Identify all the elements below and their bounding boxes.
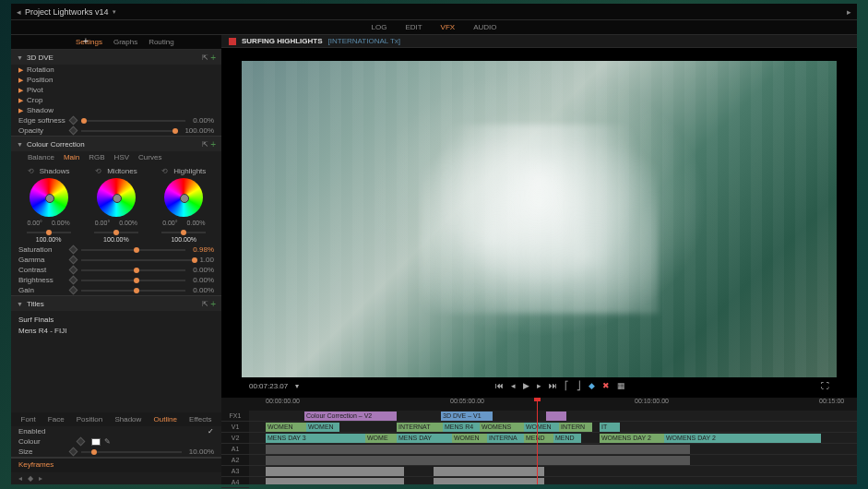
link-icon[interactable]: ⇱ [199,300,210,308]
playhead[interactable] [537,398,538,484]
clip[interactable]: INTERNA [487,434,524,443]
track-label[interactable]: FX1 [221,411,249,422]
clip[interactable]: WOMEN [452,434,487,443]
reset-icon[interactable]: ⟲ [95,167,101,175]
link-icon[interactable]: ⇱ [199,140,210,149]
cc-tab-curves[interactable]: Curves [138,153,161,161]
step-fwd-icon[interactable]: ▸ [537,381,541,390]
clip[interactable]: WOMEN [524,423,559,432]
clip[interactable] [434,467,544,476]
clip[interactable]: MENS DAY [397,434,452,443]
clip[interactable]: WOME [365,434,397,443]
project-menu-icon[interactable]: ▾ [113,8,116,16]
add-effect-icon[interactable]: + [83,36,89,46]
clip[interactable] [266,467,404,476]
clip[interactable]: 3D DVE – V1 [441,411,493,421]
dve-shadow[interactable]: Shadow [27,106,82,114]
dve-rotation[interactable]: Rotation [27,66,82,74]
clip[interactable]: INTERNAT [397,423,443,432]
track-label[interactable]: V2 [221,433,249,444]
clip[interactable]: WOMEN [266,423,306,432]
titles-add-icon[interactable]: + [210,299,216,309]
keyframe-icon[interactable] [77,437,86,447]
clip[interactable] [266,456,690,465]
ttab-outline[interactable]: Outline [154,415,177,423]
timecode-menu-icon[interactable]: ▾ [295,382,299,390]
edge-softness-slider[interactable] [81,120,185,122]
clip[interactable]: MENS R4 [443,423,480,432]
track-label[interactable]: V1 [221,422,249,433]
size-slider[interactable] [81,451,182,453]
fullscreen-icon[interactable]: ⛶ [821,381,829,390]
ttab-shadow[interactable]: Shadow [114,415,141,423]
clip[interactable]: WOMENS DAY 2 [600,434,664,443]
clip[interactable]: MEND [553,434,581,443]
enabled-check-icon[interactable]: ✓ [208,427,214,435]
clip[interactable]: IT [600,423,620,432]
delete-icon[interactable]: ✖ [602,381,610,390]
goto-end-icon[interactable]: ⏭ [549,381,557,390]
tab-log[interactable]: LOG [371,23,386,31]
track-label[interactable]: A2 [221,455,249,466]
step-back-icon[interactable]: ◂ [511,381,516,390]
colour-wheel[interactable] [164,178,203,217]
cc-tab-rgb[interactable]: RGB [89,153,104,161]
dve-add-icon[interactable]: + [210,53,216,63]
kf-prev-icon[interactable]: ◂ [18,474,22,483]
goto-start-icon[interactable]: ⏮ [495,381,504,390]
clip[interactable]: INTERN [559,423,592,432]
track-row[interactable]: MENS DAY 3WOMEMENS DAYWOMENINTERNAMENDME… [249,433,857,444]
colour-swatch[interactable] [91,438,101,446]
level-slider[interactable] [161,232,206,233]
cc-tab-balance[interactable]: Balance [28,153,54,161]
track-row[interactable] [249,444,857,455]
track-label[interactable]: A4 [221,477,249,488]
settings-icon[interactable]: ▦ [617,381,625,390]
ttab-font[interactable]: Font [21,415,36,423]
timecode[interactable]: 00:07:23.07 [249,382,288,390]
saturation-slider[interactable] [81,249,185,251]
track-row[interactable]: Colour Correction – V23D DVE – V1 [249,411,857,422]
ttab-face[interactable]: Face [48,415,65,423]
clip[interactable]: MEND [524,434,553,443]
track-label[interactable]: A3 [221,466,249,477]
link-icon[interactable]: ⇱ [199,54,210,62]
track-row[interactable] [249,477,857,484]
ttab-effects[interactable]: Effects [189,415,211,423]
forward-icon[interactable]: ▸ [847,7,851,17]
sidetab-settings[interactable]: Settings [76,38,102,46]
track-row[interactable]: WOMENWOMENINTERNATMENS R4WOMENSWOMENINTE… [249,422,857,433]
clip[interactable]: Colour Correction – V2 [304,411,397,421]
colour-wheel[interactable] [30,178,68,217]
titles-text-area[interactable]: Surf Finals Mens R4 - FIJI [11,311,221,357]
clip[interactable]: WOMENS [480,423,524,432]
sidetab-routing[interactable]: Routing [149,38,174,46]
dve-crop[interactable]: Crop [27,96,82,104]
dve-pivot[interactable]: Pivot [27,86,82,94]
reset-icon[interactable]: ⟲ [161,167,168,175]
eyedropper-icon[interactable]: ✎ [104,437,111,446]
time-ruler[interactable]: 00:00:00.00 00:05:00.00 00:10:00.00 00:1… [249,398,857,411]
video-preview[interactable] [242,61,837,377]
kf-marker-icon[interactable]: ◆ [28,474,33,483]
cc-add-icon[interactable]: + [210,139,216,149]
level-slider[interactable] [94,232,138,233]
tab-vfx[interactable]: VFX [441,23,456,31]
contrast-slider[interactable] [81,269,185,271]
keyframes-header[interactable]: Keyframes [11,458,221,472]
reset-icon[interactable]: ⟲ [28,167,34,175]
gain-slider[interactable] [81,290,185,292]
clip[interactable]: WOMEN [306,423,339,432]
mark-out-icon[interactable]: ⎦ [577,381,581,390]
cc-tab-main[interactable]: Main [64,153,79,161]
opacity-slider[interactable] [81,130,177,132]
clip[interactable] [434,478,544,484]
clip[interactable]: WOMENS DAY 2 [664,434,821,443]
ttab-position[interactable]: Position [77,415,102,423]
tab-audio[interactable]: AUDIO [473,23,496,31]
track-row[interactable] [249,466,857,477]
clip[interactable]: MENS DAY 3 [266,434,365,443]
gamma-slider[interactable] [81,259,192,261]
colour-wheel[interactable] [97,178,136,217]
mark-in-icon[interactable]: ⎡ [565,381,569,390]
